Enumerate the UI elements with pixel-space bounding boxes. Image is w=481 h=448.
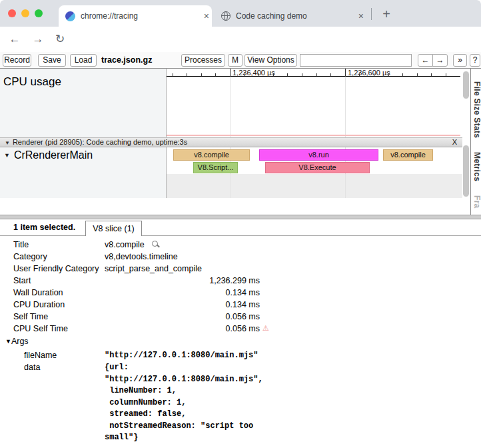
table-row: fileName "http://127.0.0.1:8080/main.mjs… <box>0 349 481 361</box>
table-row: CPU Duration 0.134 ms <box>0 299 481 311</box>
cpu-usage-track-label: CPU usage <box>3 75 61 89</box>
trace-slice[interactable]: v8.compile <box>383 149 433 161</box>
ruler-minor-tick <box>359 73 360 76</box>
trace-slice[interactable]: V8.Execute <box>265 162 370 173</box>
tab-close-icon[interactable]: × <box>201 11 212 21</box>
tab-close-icon[interactable]: × <box>356 11 366 21</box>
row-label: fileName <box>24 351 57 360</box>
magnifier-icon[interactable] <box>152 241 158 247</box>
ruler-minor-tick <box>187 73 187 76</box>
trace-slice[interactable]: v8.compile <box>173 149 250 161</box>
processes-button[interactable]: Processes <box>181 54 225 67</box>
ruler-minor-tick <box>173 73 173 76</box>
ruler-minor-tick <box>273 73 274 76</box>
row-value: v8.compile <box>105 240 145 249</box>
collapse-triangle-icon[interactable]: ▼ <box>5 140 10 146</box>
view-options-button[interactable]: View Options <box>244 54 297 67</box>
trace-file-name: trace.json.gz <box>101 55 152 65</box>
tab-title: chrome://tracing <box>81 11 201 21</box>
row-value: "http://127.0.0.1:8080/main.mjs" <box>105 351 258 360</box>
timeline-scrollbar <box>462 69 470 215</box>
ruler-label: 1,236,600 µs <box>348 69 390 77</box>
trace-slice[interactable]: v8.run <box>259 149 378 161</box>
tab-tracing[interactable]: chrome://tracing × <box>59 5 212 27</box>
table-row: Wall Duration 0.134 ms <box>0 287 481 299</box>
collapse-triangle-icon[interactable]: ▼ <box>4 152 10 159</box>
row-value: 0.056 ms <box>105 324 260 333</box>
m-button[interactable]: M <box>228 54 242 67</box>
collapse-triangle-icon[interactable]: ▼ <box>5 338 11 345</box>
table-row: Self Time 0.056 ms <box>0 311 481 323</box>
sidebar-tab-frame[interactable]: Fra <box>472 195 481 209</box>
row-value: 1,236.299 ms <box>105 276 260 285</box>
globe-icon <box>221 11 231 21</box>
load-button[interactable]: Load <box>70 54 97 67</box>
ruler-minor-tick <box>316 73 317 76</box>
tab-code-caching-demo[interactable]: Code caching demo × <box>213 5 366 27</box>
tab-strip: chrome://tracing × Code caching demo × + <box>0 0 481 27</box>
tab-v8-slice[interactable]: V8 slice (1) <box>85 221 142 236</box>
find-next-button[interactable]: → <box>432 54 448 67</box>
back-icon[interactable]: ← <box>7 32 23 47</box>
row-value: 0.056 ms <box>105 312 260 321</box>
close-window-button[interactable] <box>8 9 16 17</box>
cpu-usage-chart[interactable] <box>167 77 460 137</box>
thread-track-area[interactable]: v8.compilev8.runv8.compileV8.Script...V8… <box>167 147 462 198</box>
args-section-header[interactable]: ▼Args <box>5 337 29 346</box>
row-value: script_parse_and_compile <box>105 264 202 273</box>
row-label: Title <box>13 240 29 249</box>
panel-splitter[interactable] <box>0 215 481 219</box>
analysis-panel: 1 item selected. V8 slice (1) Title v8.c… <box>0 219 481 448</box>
row-label: Start <box>13 276 31 285</box>
track-label-panel: CPU usage <box>0 69 167 198</box>
reload-icon[interactable]: ↻ <box>52 32 68 47</box>
zoom-window-button[interactable] <box>35 9 43 17</box>
browser-window: chrome://tracing × Code caching demo × +… <box>0 0 481 448</box>
minimize-window-button[interactable] <box>21 9 29 17</box>
row-label: CPU Duration <box>13 300 65 309</box>
thread-track-label[interactable]: ▼CrRendererMain <box>4 149 93 161</box>
scrollbar-thumb[interactable] <box>463 145 469 197</box>
scrollbar-thumb[interactable] <box>463 71 469 99</box>
record-button[interactable]: Record <box>3 54 31 67</box>
renderer-process-title: Renderer (pid 28905): Code caching demo,… <box>13 138 187 146</box>
selection-status: 1 item selected. <box>13 223 75 232</box>
sidebar-tab-file-size-stats[interactable]: File Size Stats <box>472 81 481 138</box>
ruler-major-tick <box>345 69 346 77</box>
table-row: CPU Self Time 0.056 ms ⚠ <box>0 323 481 335</box>
close-icon[interactable]: X <box>452 138 457 147</box>
ruler-minor-tick <box>287 73 288 76</box>
ruler-minor-tick <box>402 73 403 76</box>
row-label: CPU Self Time <box>13 324 68 333</box>
ruler-minor-tick <box>431 73 432 76</box>
row-label: Self Time <box>13 312 48 321</box>
renderer-process-header[interactable]: ▼Renderer (pid 28905): Code caching demo… <box>0 137 462 147</box>
ruler-minor-tick <box>417 73 418 76</box>
new-tab-button[interactable]: + <box>377 5 396 24</box>
row-label: User Friendly Category <box>13 264 99 273</box>
table-row: Start 1,236.299 ms <box>0 275 481 287</box>
sidebar-tab-metrics[interactable]: Metrics <box>472 152 481 181</box>
table-row: Title v8.compile <box>0 239 481 251</box>
help-button[interactable]: ? <box>470 54 480 67</box>
args-header-label: Args <box>11 337 29 346</box>
row-value: 0.134 ms <box>105 300 260 309</box>
ruler-minor-tick <box>374 73 374 76</box>
ruler-minor-tick <box>330 73 331 76</box>
trace-slice[interactable]: V8.Script... <box>193 162 238 173</box>
find-previous-button[interactable]: ← <box>418 54 433 67</box>
browser-toolbar: ← → ↻ Chrome | chrome:// tracing ☆ ⋮ <box>0 27 481 52</box>
ruler-minor-tick <box>201 73 202 76</box>
expand-button[interactable]: » <box>453 54 467 67</box>
row-label: data <box>24 363 40 372</box>
row-label: Category <box>13 252 47 261</box>
forward-icon[interactable]: → <box>30 32 46 47</box>
save-button[interactable]: Save <box>38 54 66 67</box>
find-input[interactable] <box>300 54 412 67</box>
ruler-minor-tick <box>388 73 389 76</box>
ruler-major-tick <box>230 69 231 77</box>
selection-tab-bar: 1 item selected. V8 slice (1) <box>0 219 481 236</box>
table-row: Category v8,devtools.timeline <box>0 251 481 263</box>
warning-icon: ⚠ <box>262 324 269 333</box>
tab-divider <box>371 8 372 20</box>
